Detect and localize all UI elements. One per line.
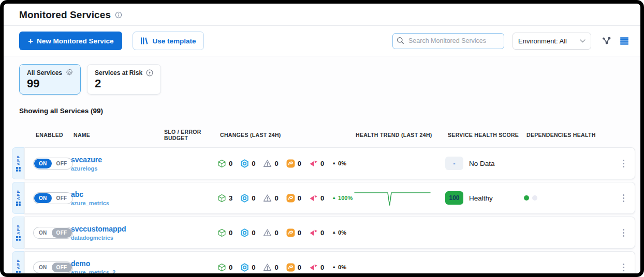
changes-cell: 0 0 0 0 0 ▲0% [217,263,353,272]
table-row: APP ON OFF svcazure azurelogs [12,147,635,179]
row-menu-button[interactable] [621,227,627,239]
service-row-card: ON OFF abc azure_metrics 3 0 0 0 0 [24,182,635,214]
change-delta: ▲0% [332,229,346,236]
hexagon-nut-icon [240,228,249,237]
toolbar-right: Environment: All [392,33,629,50]
service-name-link[interactable]: abc [71,190,162,199]
health-score-cell: 100 Healthy [445,191,524,205]
delta-up-icon: ▲ [332,196,336,200]
content-area: All Services 99 Services at Risk 2 Showi… [4,56,640,273]
row-menu-button[interactable] [621,192,627,205]
title-bar: Monitored Services [4,4,640,25]
dependency-health-dots [524,195,621,201]
use-template-button[interactable]: Use template [133,32,203,50]
screenshot-frame: Monitored Services + New Monitored Servi… [0,0,644,277]
service-map-view-icon[interactable] [602,36,611,45]
enable-toggle[interactable]: ON OFF [33,261,73,273]
column-name: NAME [74,132,164,138]
service-row-card: ON OFF svcazure azurelogs 0 0 0 0 [24,147,635,179]
grid-icon [16,202,21,206]
column-enabled: ENABLED [36,132,74,138]
service-subtitle: datadogmetrics [71,235,162,241]
showing-text: Showing all Services (99) [4,95,640,115]
search-input[interactable] [392,33,504,49]
change-delta: ▲0% [332,264,346,270]
services-at-risk-card[interactable]: Services at Risk 2 [87,64,161,95]
search-icon [397,37,404,47]
row-menu-button[interactable] [621,158,627,170]
service-subtitle: azurelogs [71,165,162,172]
app-side-tab[interactable]: APP [12,251,24,273]
info-icon[interactable] [115,11,122,19]
service-name-link[interactable]: svcazure [71,156,162,164]
service-subtitle: azure_metrics [71,200,162,206]
services-at-risk-count: 2 [95,77,153,90]
plus-icon: + [28,37,33,45]
app-side-tab[interactable]: APP [12,182,24,214]
chevron-down-icon [580,39,586,43]
cube-icon [217,228,226,237]
grid-icon [16,167,21,172]
service-row-card: ON OFF svccustomappd datadogmetrics 0 0 … [24,217,635,249]
table-header: ENABLED NAME SLO / ERROR BUDGET CHANGES … [36,129,627,141]
table-row: APP ON OFF abc azure_metrics [12,182,635,214]
summary-cards: All Services 99 Services at Risk 2 [4,56,640,95]
service-subtitle: azure_metrics_2 [71,269,162,273]
orange-flag-icon [286,159,295,168]
service-row-card: ON OFF demo azure_metrics_2 0 0 0 0 [24,251,635,273]
hexagon-nut-icon [240,194,249,203]
grid-icon [16,236,21,241]
service-name-link[interactable]: demo [71,259,162,268]
monitored-services-page: Monitored Services + New Monitored Servi… [4,4,640,273]
enable-toggle[interactable]: ON OFF [33,158,73,170]
list-view-icon[interactable] [620,37,629,45]
table-row: APP ON OFF svccustomappd datadogmetr [12,217,635,249]
pink-merge-icon [309,263,318,272]
health-score-badge: - [445,157,463,170]
page-title: Monitored Services [19,9,111,21]
service-name-link[interactable]: svccustomappd [71,225,162,234]
pink-merge-icon [309,228,318,237]
delta-up-icon: ▲ [332,161,336,165]
hexagon-nut-icon [240,263,249,272]
template-icon [140,37,148,45]
grid-icon [16,271,21,273]
column-changes: CHANGES (LAST 24H) [220,132,356,138]
dependency-healthy-dot [524,195,529,201]
health-trend-cell [353,188,445,208]
column-dependencies: DEPENDENCIES HEALTH [526,132,613,138]
pink-merge-icon [309,159,318,168]
new-monitored-service-button[interactable]: + New Monitored Service [19,32,122,50]
table-row: APP ON OFF demo azure_metrics_2 [12,251,635,273]
column-slo: SLO / ERROR BUDGET [164,129,220,141]
change-delta: ▲100% [332,195,353,201]
pink-merge-icon [309,194,318,203]
health-score-badge: 100 [445,191,463,205]
warning-triangle-icon [263,194,272,203]
orange-flag-icon [286,228,295,237]
delta-up-icon: ▲ [332,230,336,235]
health-trend-sparkline [353,188,432,208]
changes-cell: 3 0 0 0 0 ▲100% [217,194,353,203]
bolt-circle-icon [146,69,153,76]
warning-triangle-icon [263,228,272,237]
warning-triangle-icon [263,159,272,168]
changes-cell: 0 0 0 0 0 ▲0% [217,228,353,237]
warning-triangle-icon [263,263,272,272]
orange-flag-icon [286,263,295,272]
cube-icon [217,194,226,203]
view-toggles [602,36,629,45]
enable-toggle[interactable]: ON OFF [33,192,73,204]
all-services-count: 99 [27,77,73,90]
row-menu-button[interactable] [621,261,627,273]
hexagon-nut-icon [240,159,249,168]
cube-icon [217,159,226,168]
app-side-tab[interactable]: APP [12,147,24,179]
all-services-card[interactable]: All Services 99 [19,64,81,95]
app-side-tab[interactable]: APP [12,217,24,249]
column-health-trend: HEALTH TREND (LAST 24H) [356,132,448,138]
enable-toggle[interactable]: ON OFF [33,227,73,239]
delta-up-icon: ▲ [332,265,336,269]
environment-dropdown[interactable]: Environment: All [513,33,591,50]
toolbar-left: + New Monitored Service Use template [19,32,204,50]
